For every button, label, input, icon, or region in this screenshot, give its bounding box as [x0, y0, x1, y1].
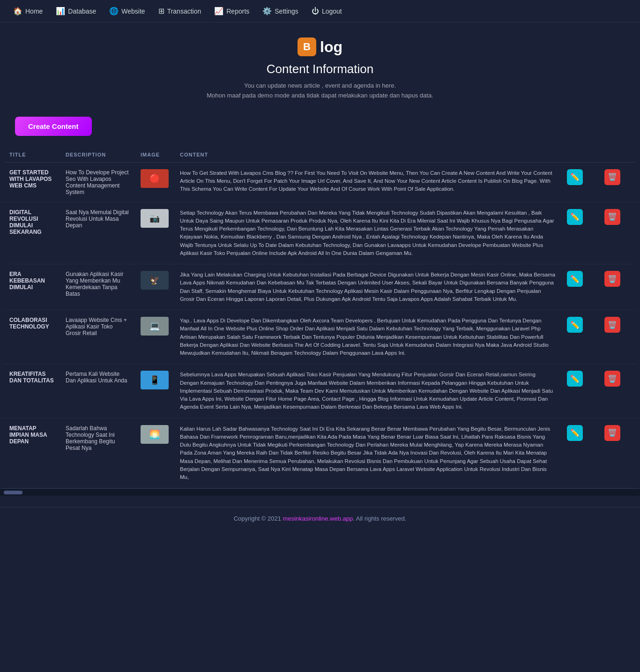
scrollbar-thumb[interactable] — [4, 491, 22, 494]
reports-icon: 📈 — [214, 7, 223, 15]
cell-content: Kalian Harus Lah Sadar Bahwasanya Techno… — [174, 418, 561, 488]
cell-delete-action: 🗑️ — [599, 162, 636, 202]
cell-description: Gunakan Aplikasi Kasir Yang Memberikan M… — [60, 264, 135, 310]
horizontal-scrollbar[interactable] — [0, 488, 640, 496]
cell-image: 🌅 — [135, 418, 174, 488]
cell-content: Jika Yang Lain Melakukan Charging Untuk … — [174, 264, 561, 310]
delete-button[interactable]: 🗑️ — [604, 169, 620, 185]
cell-edit-action: ✏️ — [561, 162, 599, 202]
nav-website[interactable]: 🌐 Website — [104, 3, 150, 19]
cell-title: GET STARTED WITH LAVAPOS WEB CMS — [4, 162, 60, 202]
nav-transaction[interactable]: ⊞ Transaction — [153, 3, 207, 19]
cell-content: Sebelumnya Lava Apps Merupakan Sebuah Ap… — [174, 364, 561, 418]
footer-rights: . All rights reserved. — [353, 515, 406, 522]
table-header-row: TITLE DESCRIPTION IMAGE CONTENT — [4, 147, 636, 163]
page-header: B log Content Information You can update… — [0, 22, 640, 108]
image-thumbnail: 💻 — [141, 317, 169, 336]
table-row: DIGITAL REVOLUSI DIMULAI SEKARANG Saat N… — [4, 202, 636, 264]
delete-button[interactable]: 🗑️ — [604, 371, 620, 387]
blog-logo: B log — [298, 37, 342, 56]
edit-button[interactable]: ✏️ — [567, 209, 583, 225]
image-thumbnail: 📱 — [141, 371, 169, 389]
cell-edit-action: ✏️ — [561, 418, 599, 488]
delete-button[interactable]: 🗑️ — [604, 317, 620, 333]
settings-icon: ⚙️ — [262, 7, 272, 15]
footer-copy: Copyright © 2021 — [234, 515, 283, 522]
table-row: GET STARTED WITH LAVAPOS WEB CMS How To … — [4, 162, 636, 202]
table-row: COLABORASI TECHNOLOGY Lavaapp Website Cm… — [4, 310, 636, 364]
cell-description: Lavaapp Website Cms + Aplikasi Kasir Tok… — [60, 310, 135, 364]
cell-content: How To Get Strated With Lavapos Cms Blog… — [174, 162, 561, 202]
cell-delete-action: 🗑️ — [599, 264, 636, 310]
blog-logo-icon: B — [298, 37, 316, 56]
cell-description: Saat Nya Memulai Digital Revolusi Untuk … — [60, 202, 135, 264]
cell-title: KREATIFITAS DAN TOTALITAS — [4, 364, 60, 418]
transaction-icon: ⊞ — [158, 7, 164, 15]
delete-button[interactable]: 🗑️ — [604, 209, 620, 225]
col-header-image: IMAGE — [135, 147, 174, 163]
delete-button[interactable]: 🗑️ — [604, 271, 620, 287]
main-nav: 🏠 Home 📊 Database 🌐 Website ⊞ Transactio… — [0, 0, 640, 22]
cell-delete-action: 🗑️ — [599, 364, 636, 418]
cell-delete-action: 🗑️ — [599, 202, 636, 264]
edit-button[interactable]: ✏️ — [567, 317, 583, 333]
footer-link[interactable]: mesinkasironline.web.app — [283, 515, 353, 522]
nav-home[interactable]: 🏠 Home — [7, 3, 48, 19]
logout-icon: ⏻ — [312, 7, 319, 15]
page-subtitle-1: You can update news article , event and … — [7, 81, 633, 91]
edit-button[interactable]: ✏️ — [567, 169, 583, 185]
cell-image: 📱 — [135, 364, 174, 418]
page-footer: Copyright © 2021 mesinkasironline.web.ap… — [0, 507, 640, 530]
cell-edit-action: ✏️ — [561, 364, 599, 418]
page-subtitle-2: Mohon maaf pada demo mode anda tidak dap… — [7, 91, 633, 101]
create-content-button[interactable]: Create Content — [15, 117, 92, 136]
nav-reports[interactable]: 📈 Reports — [208, 3, 255, 19]
database-icon: 📊 — [56, 7, 65, 15]
cell-image: 💻 — [135, 310, 174, 364]
col-header-title: TITLE — [4, 147, 60, 163]
home-icon: 🏠 — [13, 7, 22, 15]
content-table-container: TITLE DESCRIPTION IMAGE CONTENT GET STAR… — [4, 147, 636, 489]
col-header-edit — [561, 147, 599, 163]
cell-edit-action: ✏️ — [561, 264, 599, 310]
edit-button[interactable]: ✏️ — [567, 271, 583, 287]
table-row: ERA KEBEBASAN DIMULAI Gunakan Aplikasi K… — [4, 264, 636, 310]
edit-button[interactable]: ✏️ — [567, 371, 583, 387]
cell-edit-action: ✏️ — [561, 310, 599, 364]
table-row: MENATAP IMPIAN MASA DEPAN Sadarlah Bahwa… — [4, 418, 636, 488]
cell-edit-action: ✏️ — [561, 202, 599, 264]
cell-title: COLABORASI TECHNOLOGY — [4, 310, 60, 364]
nav-settings[interactable]: ⚙️ Settings — [257, 3, 304, 19]
page-title: Content Information — [7, 62, 633, 76]
cell-description: How To Develope Project Seo With Lavapos… — [60, 162, 135, 202]
delete-button[interactable]: 🗑️ — [604, 425, 620, 441]
cell-image: 🦅 — [135, 264, 174, 310]
edit-button[interactable]: ✏️ — [567, 425, 583, 441]
col-header-content: CONTENT — [174, 147, 561, 163]
col-header-delete — [599, 147, 636, 163]
cell-delete-action: 🗑️ — [599, 310, 636, 364]
cell-delete-action: 🗑️ — [599, 418, 636, 488]
image-thumbnail: 🌅 — [141, 425, 169, 444]
col-header-description: DESCRIPTION — [60, 147, 135, 163]
nav-logout[interactable]: ⏻ Logout — [306, 3, 348, 19]
cell-title: DIGITAL REVOLUSI DIMULAI SEKARANG — [4, 202, 60, 264]
cell-description: Pertama Kali Website Dan Aplikasi Untuk … — [60, 364, 135, 418]
cell-content: Yap.. Lava Apps Di Develope Dan Dikemban… — [174, 310, 561, 364]
image-thumbnail: 🦅 — [141, 271, 169, 290]
image-thumbnail: 📷 — [141, 209, 169, 228]
cell-image: 📷 — [135, 202, 174, 264]
cell-title: ERA KEBEBASAN DIMULAI — [4, 264, 60, 310]
table-row: KREATIFITAS DAN TOTALITAS Pertama Kali W… — [4, 364, 636, 418]
cell-content: Setiap Technology Akan Terus Membawa Per… — [174, 202, 561, 264]
content-table: TITLE DESCRIPTION IMAGE CONTENT GET STAR… — [4, 147, 636, 489]
image-thumbnail: 🔴 — [141, 169, 169, 188]
cell-image: 🔴 — [135, 162, 174, 202]
cell-title: MENATAP IMPIAN MASA DEPAN — [4, 418, 60, 488]
cell-description: Sadarlah Bahwa Technology Saat Ini Berke… — [60, 418, 135, 488]
website-icon: 🌐 — [109, 7, 119, 15]
nav-database[interactable]: 📊 Database — [50, 3, 102, 19]
